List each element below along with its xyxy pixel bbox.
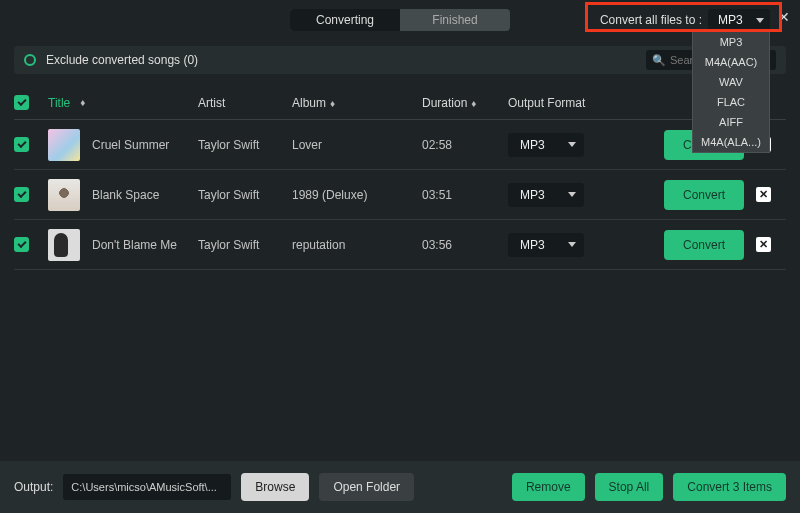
format-dropdown: MP3 M4A(AAC) WAV FLAC AIFF M4A(ALA...) <box>692 31 770 153</box>
format-option[interactable]: MP3 <box>693 32 769 52</box>
refresh-icon[interactable] <box>24 54 36 66</box>
row-checkbox[interactable] <box>14 237 29 252</box>
close-icon[interactable]: ✕ <box>776 9 792 25</box>
footer: Output: C:\Users\micso\AMusicSoft\... Br… <box>0 461 800 513</box>
convert-all-label: Convert all files to : <box>600 13 702 27</box>
tab-converting[interactable]: Converting <box>290 9 400 31</box>
convert-all-button[interactable]: Convert 3 Items <box>673 473 786 501</box>
track-artist: Taylor Swift <box>198 138 292 152</box>
track-album: Lover <box>292 138 422 152</box>
sort-icon: ♦ <box>80 97 85 108</box>
row-format-select[interactable]: MP3 <box>508 183 584 207</box>
format-option[interactable]: WAV <box>693 72 769 92</box>
convert-all-group: Convert all files to : MP3 <box>600 9 770 31</box>
track-list: Title♦ Artist Album♦ Duration♦ Output Fo… <box>14 86 786 270</box>
track-album: reputation <box>292 238 422 252</box>
sort-icon: ♦ <box>330 98 335 109</box>
sort-icon: ♦ <box>471 98 476 109</box>
format-option[interactable]: M4A(ALA...) <box>693 132 769 152</box>
track-duration: 03:51 <box>422 188 508 202</box>
format-option[interactable]: AIFF <box>693 112 769 132</box>
convert-button[interactable]: Convert <box>664 180 744 210</box>
view-tabs: Converting Finished <box>290 9 510 31</box>
output-path-field[interactable]: C:\Users\micso\AMusicSoft\... <box>63 474 231 500</box>
track-title: Don't Blame Me <box>92 238 177 252</box>
exclude-converted-label[interactable]: Exclude converted songs (0) <box>46 53 198 67</box>
row-format-select[interactable]: MP3 <box>508 233 584 257</box>
output-label: Output: <box>14 480 53 494</box>
open-folder-button[interactable]: Open Folder <box>319 473 414 501</box>
top-bar: Converting Finished Convert all files to… <box>0 0 800 40</box>
browse-button[interactable]: Browse <box>241 473 309 501</box>
select-all-checkbox[interactable] <box>14 95 29 110</box>
format-option[interactable]: FLAC <box>693 92 769 112</box>
col-output-format: Output Format <box>508 96 628 110</box>
toolbar: Exclude converted songs (0) 🔍 <box>14 46 786 74</box>
track-artist: Taylor Swift <box>198 238 292 252</box>
table-row: Cruel Summer Taylor Swift Lover 02:58 MP… <box>14 120 786 170</box>
format-option[interactable]: M4A(AAC) <box>693 52 769 72</box>
chevron-down-icon <box>568 192 576 197</box>
remove-row-icon[interactable]: ✕ <box>756 237 771 252</box>
col-album[interactable]: Album♦ <box>292 96 422 110</box>
col-duration[interactable]: Duration♦ <box>422 96 508 110</box>
track-title: Blank Space <box>92 188 159 202</box>
track-album: 1989 (Deluxe) <box>292 188 422 202</box>
album-art <box>48 229 80 261</box>
col-artist[interactable]: Artist <box>198 96 292 110</box>
table-header: Title♦ Artist Album♦ Duration♦ Output Fo… <box>14 86 786 120</box>
album-art <box>48 129 80 161</box>
tab-finished[interactable]: Finished <box>400 9 510 31</box>
track-duration: 03:56 <box>422 238 508 252</box>
track-title: Cruel Summer <box>92 138 169 152</box>
table-row: Blank Space Taylor Swift 1989 (Deluxe) 0… <box>14 170 786 220</box>
stop-all-button[interactable]: Stop All <box>595 473 664 501</box>
album-art <box>48 179 80 211</box>
table-row: Don't Blame Me Taylor Swift reputation 0… <box>14 220 786 270</box>
chevron-down-icon <box>568 142 576 147</box>
col-title[interactable]: Title♦ <box>48 96 198 110</box>
chevron-down-icon <box>756 18 764 23</box>
remove-button[interactable]: Remove <box>512 473 585 501</box>
row-format-select[interactable]: MP3 <box>508 133 584 157</box>
chevron-down-icon <box>568 242 576 247</box>
search-icon: 🔍 <box>652 54 666 67</box>
convert-button[interactable]: Convert <box>664 230 744 260</box>
convert-all-format-value: MP3 <box>718 13 743 27</box>
track-artist: Taylor Swift <box>198 188 292 202</box>
track-duration: 02:58 <box>422 138 508 152</box>
convert-all-format-select[interactable]: MP3 <box>708 9 770 31</box>
remove-row-icon[interactable]: ✕ <box>756 187 771 202</box>
row-checkbox[interactable] <box>14 137 29 152</box>
row-checkbox[interactable] <box>14 187 29 202</box>
